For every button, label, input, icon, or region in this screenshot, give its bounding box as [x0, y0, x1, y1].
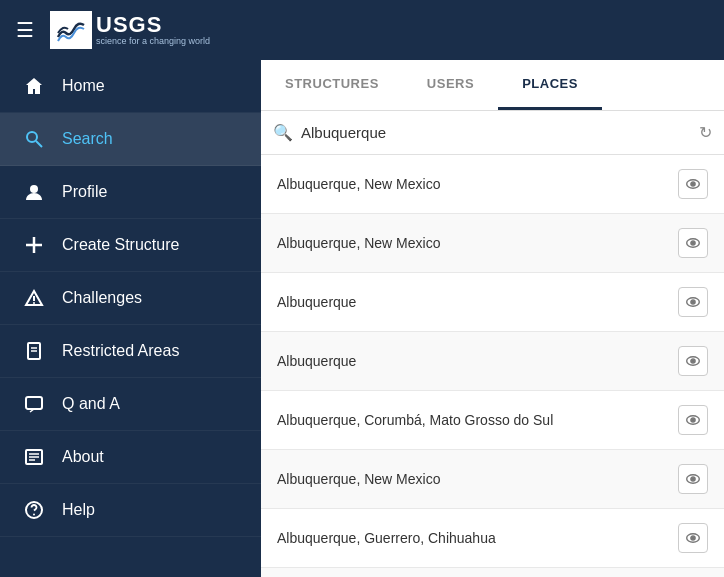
list-item: Albuquerque, New Mexico: [261, 214, 724, 273]
sidebar-item-label-home: Home: [62, 77, 105, 95]
refresh-icon[interactable]: ↻: [699, 123, 712, 142]
svg-point-32: [691, 536, 695, 540]
result-text: Albuquerque: [277, 353, 356, 369]
svg-point-26: [691, 359, 695, 363]
sidebar-item-label-help: Help: [62, 501, 95, 519]
challenges-icon: [20, 288, 48, 308]
profile-icon: [20, 182, 48, 202]
top-bar: ☰ USGS science for a changing world: [0, 0, 724, 60]
svg-point-28: [691, 418, 695, 422]
result-text: Albuquerque, New Mexico: [277, 471, 440, 487]
result-text: Albuquerque, Corumbá, Mato Grosso do Sul: [277, 412, 553, 428]
sidebar-item-home[interactable]: Home: [0, 60, 261, 113]
eye-button[interactable]: [678, 346, 708, 376]
about-icon: [20, 447, 48, 467]
hamburger-icon[interactable]: ☰: [16, 18, 34, 42]
list-item: Albuquerque, New Mexico: [261, 155, 724, 214]
search-inner-icon: 🔍: [273, 123, 293, 142]
sidebar-item-challenges[interactable]: Challenges: [0, 272, 261, 325]
q-and-a-icon: [20, 394, 48, 414]
logo-container: USGS science for a changing world: [50, 11, 210, 49]
list-item: Albuquerque, New Mexico: [261, 450, 724, 509]
tabs-bar: STRUCTURESUSERSPLACES: [261, 60, 724, 111]
svg-line-2: [36, 141, 42, 147]
sidebar-item-q-and-a[interactable]: Q and A: [0, 378, 261, 431]
list-item: Albuquerque, Guerrero, Chihuahua: [261, 509, 724, 568]
search-input[interactable]: [301, 124, 699, 141]
sidebar-item-label-challenges: Challenges: [62, 289, 142, 307]
list-item: Albuquerque: [261, 332, 724, 391]
sidebar-item-about[interactable]: About: [0, 431, 261, 484]
sidebar-item-label-about: About: [62, 448, 104, 466]
svg-point-3: [30, 185, 38, 193]
usgs-name: USGS: [96, 14, 210, 36]
eye-button[interactable]: [678, 169, 708, 199]
eye-button[interactable]: [678, 287, 708, 317]
sidebar-item-label-search: Search: [62, 130, 113, 148]
sidebar-item-create-structure[interactable]: Create Structure: [0, 219, 261, 272]
content-area: STRUCTURESUSERSPLACES 🔍 ↻ Albuquerque, N…: [261, 60, 724, 577]
eye-button[interactable]: [678, 405, 708, 435]
logo-text-group: USGS science for a changing world: [96, 14, 210, 47]
tab-places[interactable]: PLACES: [498, 60, 602, 110]
usgs-tagline: science for a changing world: [96, 36, 210, 47]
eye-button[interactable]: [678, 523, 708, 553]
eye-button[interactable]: [678, 228, 708, 258]
sidebar-item-help[interactable]: Help: [0, 484, 261, 537]
usgs-logo-icon: [56, 15, 86, 45]
svg-point-22: [691, 241, 695, 245]
sidebar-item-label-create-structure: Create Structure: [62, 236, 179, 254]
main-layout: HomeSearchProfileCreate StructureChallen…: [0, 60, 724, 577]
svg-rect-12: [26, 397, 42, 409]
home-icon: [20, 76, 48, 96]
sidebar-item-label-profile: Profile: [62, 183, 107, 201]
result-text: Albuquerque, New Mexico: [277, 176, 440, 192]
list-item: Albuquerque: [261, 273, 724, 332]
svg-point-8: [33, 302, 35, 304]
sidebar-item-profile[interactable]: Profile: [0, 166, 261, 219]
sidebar-item-label-q-and-a: Q and A: [62, 395, 120, 413]
svg-point-18: [33, 514, 35, 516]
svg-point-24: [691, 300, 695, 304]
list-item: Albuquerque, Teresópolis, Rio de Janeiro: [261, 568, 724, 577]
sidebar-item-restricted-areas[interactable]: Restricted Areas: [0, 325, 261, 378]
svg-point-1: [27, 132, 37, 142]
result-text: Albuquerque, New Mexico: [277, 235, 440, 251]
list-item: Albuquerque, Corumbá, Mato Grosso do Sul: [261, 391, 724, 450]
help-icon: [20, 500, 48, 520]
result-text: Albuquerque, Guerrero, Chihuahua: [277, 530, 496, 546]
sidebar: HomeSearchProfileCreate StructureChallen…: [0, 60, 261, 577]
create-structure-icon: [20, 235, 48, 255]
eye-button[interactable]: [678, 464, 708, 494]
search-bar: 🔍 ↻: [261, 111, 724, 155]
svg-point-20: [691, 182, 695, 186]
sidebar-item-label-restricted-areas: Restricted Areas: [62, 342, 179, 360]
logo-box: [50, 11, 92, 49]
tab-structures[interactable]: STRUCTURES: [261, 60, 403, 110]
result-text: Albuquerque: [277, 294, 356, 310]
search-icon: [20, 129, 48, 149]
tab-users[interactable]: USERS: [403, 60, 498, 110]
svg-point-30: [691, 477, 695, 481]
sidebar-item-search[interactable]: Search: [0, 113, 261, 166]
restricted-areas-icon: [20, 341, 48, 361]
results-list: Albuquerque, New MexicoAlbuquerque, New …: [261, 155, 724, 577]
